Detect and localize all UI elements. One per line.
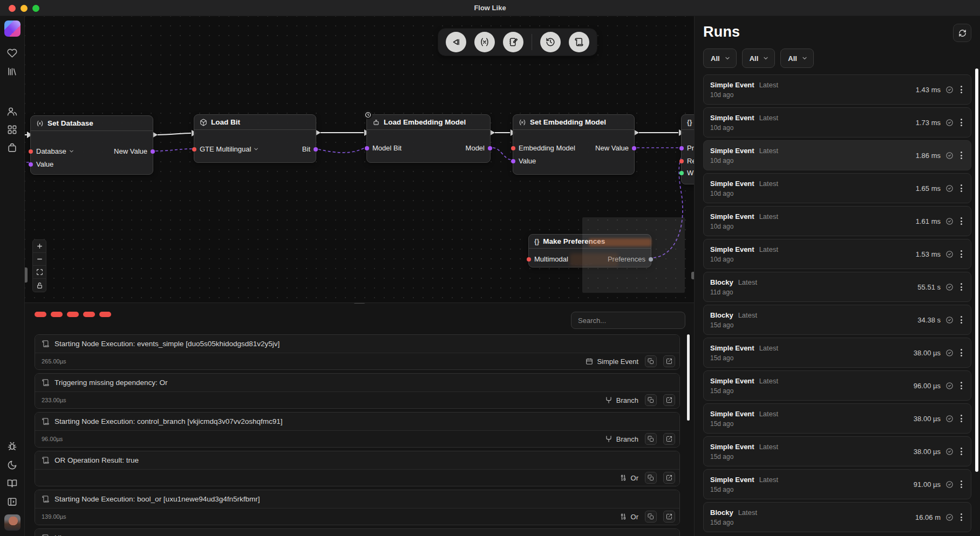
open-external-button[interactable] — [663, 511, 675, 523]
open-external-button[interactable] — [663, 433, 675, 445]
log-level-chip[interactable] — [35, 312, 46, 317]
variables-button[interactable] — [474, 32, 495, 52]
kebab-menu-button[interactable] — [958, 117, 964, 128]
left-panel-handle[interactable] — [25, 267, 28, 283]
run-row[interactable]: Simple Event Latest 10d ago 1.53 ms — [703, 239, 971, 269]
copy-button[interactable] — [645, 433, 657, 445]
copy-button[interactable] — [645, 511, 657, 523]
runs-filter-select[interactable]: All — [780, 49, 814, 68]
library-icon[interactable] — [7, 66, 18, 77]
kebab-menu-button[interactable] — [958, 314, 964, 325]
run-row[interactable]: Blocky Latest 11d ago 55.51 s — [703, 272, 971, 302]
users-icon[interactable] — [7, 106, 18, 116]
open-external-button[interactable] — [663, 355, 675, 367]
kebab-menu-button[interactable] — [958, 249, 964, 259]
close-window-button[interactable] — [9, 5, 16, 12]
kebab-menu-button[interactable] — [958, 380, 964, 391]
input-pin-database[interactable] — [29, 149, 33, 154]
run-row[interactable]: Simple Event Latest 15d ago 38.00 µs — [703, 338, 971, 368]
kebab-menu-button[interactable] — [958, 216, 964, 226]
input-pin-embedding-model[interactable] — [511, 146, 515, 150]
zoom-out-button[interactable] — [33, 253, 46, 266]
input-pin-value[interactable] — [29, 162, 33, 167]
output-pin-model[interactable] — [488, 146, 492, 150]
log-scrollbar[interactable] — [687, 334, 690, 421]
runs-scrollbar[interactable] — [975, 68, 978, 472]
input-pin-model-bit[interactable] — [365, 146, 369, 150]
run-row[interactable]: Blocky Latest 15d ago 34.38 s — [703, 305, 971, 335]
log-entry[interactable]: Starting Node Execution: bool_or [uxu1ne… — [35, 490, 680, 525]
log-entry[interactable]: Starting Node Execution: events_simple [… — [35, 334, 680, 370]
open-external-button[interactable] — [663, 472, 675, 484]
fit-view-button[interactable] — [33, 266, 46, 279]
node-set-database[interactable]: Set Database Database New Value Value — [30, 115, 153, 175]
log-entry[interactable]: Hi — [35, 528, 680, 536]
panel-resize-handle[interactable] — [353, 303, 365, 304]
copy-button[interactable] — [645, 355, 657, 367]
app-logo[interactable] — [4, 20, 21, 37]
run-row[interactable]: Simple Event Latest 10d ago 1.86 ms — [703, 140, 971, 170]
run-row[interactable]: Simple Event Latest 10d ago 1.65 ms — [703, 173, 971, 203]
pin-label-gte-multilingual[interactable]: GTE Multilingual — [200, 145, 259, 153]
kebab-menu-button[interactable] — [958, 150, 964, 161]
kebab-menu-button[interactable] — [958, 183, 964, 194]
run-row[interactable]: Simple Event Latest 10d ago 1.61 ms — [703, 206, 971, 236]
log-entry[interactable]: OR Operation Result: true Or — [35, 451, 680, 486]
refresh-button[interactable] — [953, 24, 971, 42]
flow-canvas[interactable]: Set Database Database New Value Value Lo… — [25, 16, 694, 303]
moon-icon[interactable] — [7, 459, 18, 470]
kebab-menu-button[interactable] — [958, 281, 964, 292]
panel-left-icon[interactable] — [7, 496, 18, 507]
copy-button[interactable] — [645, 472, 657, 484]
output-pin-bit[interactable] — [314, 147, 318, 152]
log-level-chip[interactable] — [67, 312, 79, 317]
run-row[interactable]: Simple Event Latest 15d ago 38.00 µs — [703, 436, 971, 466]
run-button[interactable] — [446, 32, 466, 52]
run-row[interactable]: Simple Event Latest 15d ago 96.00 µs — [703, 370, 971, 401]
input-pin-multimodal[interactable] — [527, 257, 531, 262]
open-external-button[interactable] — [663, 394, 675, 406]
notebook-button[interactable] — [503, 32, 523, 52]
kebab-menu-button[interactable] — [958, 479, 964, 490]
kebab-menu-button[interactable] — [958, 347, 964, 358]
maximize-window-button[interactable] — [32, 5, 39, 12]
run-row[interactable]: Blocky Latest 15d ago 16.06 m — [703, 502, 971, 532]
history-button[interactable] — [540, 32, 561, 52]
output-pin-new-value[interactable] — [151, 149, 155, 154]
run-row[interactable]: Simple Event Latest 15d ago 38.00 µs — [703, 403, 971, 434]
output-pin-new-value[interactable] — [632, 146, 636, 150]
run-row[interactable]: Simple Event Latest 15d ago 91.00 µs — [703, 469, 971, 499]
log-entry[interactable]: Starting Node Execution: control_branch … — [35, 412, 680, 448]
kebab-menu-button[interactable] — [958, 512, 964, 523]
log-level-chip[interactable] — [83, 312, 95, 317]
input-pin-model[interactable] — [192, 147, 196, 152]
user-avatar[interactable] — [4, 514, 21, 531]
minimize-window-button[interactable] — [21, 5, 28, 12]
log-search-input[interactable] — [571, 312, 685, 329]
bag-icon[interactable] — [7, 142, 18, 153]
kebab-menu-button[interactable] — [958, 413, 964, 424]
log-entry[interactable]: Triggering missing dependency: Or 233.00… — [35, 373, 680, 409]
copy-button[interactable] — [645, 394, 657, 406]
input-pin-value[interactable] — [511, 159, 515, 163]
grid-icon[interactable] — [7, 124, 18, 135]
bug-icon[interactable] — [7, 441, 18, 452]
node-partial-right[interactable]: {} Pr Re W — [681, 114, 694, 184]
run-row[interactable]: Simple Event Latest 10d ago 1.43 ms — [703, 74, 971, 105]
run-row[interactable]: Simple Event Latest 10d ago 1.73 ms — [703, 107, 971, 138]
node-set-embedding-model[interactable]: Set Embedding Model Embedding Model New … — [513, 114, 635, 175]
input-pin-pr[interactable] — [679, 146, 684, 150]
logs-scroll-button[interactable] — [569, 32, 589, 52]
lock-button[interactable] — [33, 279, 46, 292]
runs-filter-select[interactable]: All — [742, 49, 775, 68]
pin-label-database[interactable]: Database — [36, 147, 74, 155]
node-load-embedding-model[interactable]: Load Embedding Model Model Bit Model — [366, 114, 491, 163]
input-pin-re[interactable] — [679, 159, 684, 163]
log-level-chip[interactable] — [51, 312, 63, 317]
node-load-bit[interactable]: Load Bit GTE Multilingual Bit — [194, 114, 316, 163]
kebab-menu-button[interactable] — [958, 84, 964, 95]
kebab-menu-button[interactable] — [958, 446, 964, 457]
input-pin-w[interactable] — [679, 171, 684, 175]
runs-filter-select[interactable]: All — [703, 49, 737, 68]
zoom-in-button[interactable] — [33, 240, 46, 253]
